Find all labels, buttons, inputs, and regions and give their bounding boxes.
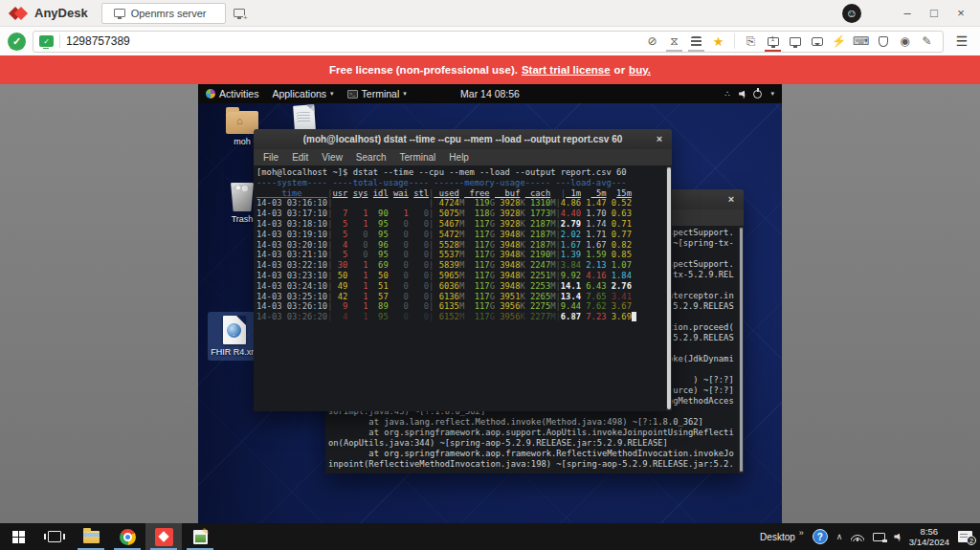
show-hidden-icons[interactable]: ∧ — [836, 532, 843, 541]
remote-desktop: Activities Applications ▾ >_ Terminal ▾ … — [198, 84, 782, 523]
record-session-icon[interactable]: ◉ — [895, 32, 915, 52]
buy-link[interactable]: buy. — [629, 64, 651, 76]
file-manager-icon[interactable] — [686, 32, 706, 52]
close-button[interactable]: × — [947, 2, 974, 25]
globe-icon — [227, 323, 241, 338]
folder-icon — [83, 531, 100, 543]
close-icon[interactable]: × — [724, 192, 738, 206]
favorites-icon[interactable]: ★ — [708, 32, 728, 52]
terminal-app-menu[interactable]: >_ Terminal ▾ — [347, 88, 407, 99]
actions-lightning-icon[interactable]: ⚡ — [829, 32, 849, 52]
permissions-shield-icon[interactable] — [873, 32, 893, 52]
remote-address: 1298757389 — [66, 34, 636, 48]
power-icon[interactable] — [753, 90, 762, 99]
file-transfer-icon[interactable]: ⎘ — [741, 32, 761, 52]
scrollbar[interactable] — [666, 166, 672, 410]
loose-document-icon[interactable] — [293, 104, 316, 130]
help-tray-icon[interactable]: ? — [813, 529, 828, 544]
chevron-down-icon: ▾ — [330, 90, 334, 98]
distro-logo-icon — [206, 89, 215, 99]
address-field[interactable]: ✓ 1298757389 ⊘ ⧖ ★ ⎘ 1 ⚡ ⌨ ◉ ✎ — [33, 31, 944, 53]
windows-taskbar: Desktop » ? ∧ ) 8:56 3/14/2024 2 — [0, 523, 980, 550]
stack-icon — [691, 36, 702, 47]
anydesk-titlebar: AnyDesk Openmrs server ☺ – □ × — [0, 0, 980, 27]
task-view-button[interactable] — [36, 523, 73, 550]
menu-edit[interactable]: Edit — [292, 152, 308, 163]
remote-device-icon[interactable] — [873, 533, 885, 541]
xml-file-icon — [223, 316, 246, 344]
terminal-menubar: FileEditViewSearchTerminalHelp — [254, 149, 672, 165]
user-avatar[interactable]: ☺ — [842, 4, 861, 23]
menu-view[interactable]: View — [322, 152, 343, 163]
gnome-top-bar: Activities Applications ▾ >_ Terminal ▾ … — [198, 84, 782, 103]
session-tab-label: Openmrs server — [131, 8, 207, 19]
anydesk-brand: AnyDesk — [34, 6, 88, 20]
monitor-1-icon[interactable]: 1 — [763, 32, 783, 52]
activities-button[interactable]: Activities — [206, 88, 258, 99]
image-viewer-icon — [193, 530, 208, 544]
menu-file[interactable]: File — [263, 152, 278, 163]
close-icon[interactable]: × — [653, 132, 666, 145]
new-session-tab-button[interactable] — [234, 9, 245, 17]
monitor-plus-icon — [234, 9, 245, 17]
volume-icon[interactable]: ) — [739, 91, 745, 98]
dstat-output: [moh@localhost ~]$ dstat --time --cpu --… — [254, 165, 672, 322]
maximize-button[interactable]: □ — [921, 2, 947, 25]
start-button[interactable] — [0, 523, 36, 550]
connection-status-icon: ✓ — [8, 33, 26, 51]
minimize-button[interactable]: – — [894, 2, 921, 25]
session-tab[interactable]: Openmrs server — [101, 3, 226, 24]
wifi-icon[interactable] — [851, 532, 864, 541]
session-actions: ⊘ ⧖ ★ ⎘ 1 ⚡ ⌨ ◉ ✎ — [642, 32, 937, 52]
file-explorer-button[interactable] — [73, 523, 109, 550]
taskbar-clock[interactable]: 8:56 3/14/2024 — [909, 526, 949, 547]
terminal-title: (moh@localhost) dstat --time --cpu --mem… — [254, 134, 672, 144]
chat-icon[interactable] — [807, 32, 827, 52]
anydesk-taskbar-button[interactable] — [145, 523, 182, 550]
start-trial-link[interactable]: Start trial license — [522, 64, 611, 76]
menu-terminal[interactable]: Terminal — [400, 152, 436, 163]
chrome-button[interactable] — [109, 523, 145, 550]
dstat-terminal-window: (moh@localhost) dstat --time --cpu --mem… — [254, 129, 672, 411]
remote-desk-icon: ✓ — [39, 35, 54, 47]
license-banner: Free license (non-professional use). Sta… — [0, 55, 980, 84]
anydesk-logo-icon — [10, 6, 31, 21]
anydesk-toolbar: ✓ ✓ 1298757389 ⊘ ⧖ ★ ⎘ 1 ⚡ ⌨ ◉ ✎ ☰ — [0, 27, 980, 55]
chrome-icon — [120, 529, 136, 545]
chevrons-right-icon: » — [799, 528, 804, 538]
trash-icon — [230, 183, 255, 211]
terminal-icon: >_ — [347, 90, 358, 99]
keyboard-icon[interactable]: ⌨ — [851, 32, 871, 52]
monitor-icon — [114, 9, 125, 17]
windows-logo-icon — [12, 531, 25, 543]
volume-tray-icon[interactable]: ) — [894, 534, 900, 540]
applications-menu[interactable]: Applications ▾ — [272, 88, 333, 99]
menu-search[interactable]: Search — [356, 152, 387, 163]
network-icon[interactable]: ∴ — [724, 89, 730, 99]
anydesk-window: AnyDesk Openmrs server ☺ – □ × ✓ ✓ 12987… — [0, 0, 980, 550]
remote-viewport: Activities Applications ▾ >_ Terminal ▾ … — [0, 84, 980, 523]
system-menu-chevron-icon[interactable]: ▾ — [770, 90, 774, 98]
license-text: Free license (non-professional use). — [329, 64, 518, 76]
image-viewer-button[interactable] — [182, 523, 218, 550]
whiteboard-icon[interactable]: ✎ — [917, 32, 937, 52]
task-view-icon — [48, 531, 61, 542]
session-time-icon[interactable]: ⧖ — [664, 32, 684, 52]
desktop-toolbar[interactable]: Desktop » — [760, 532, 804, 542]
menu-help[interactable]: Help — [449, 152, 469, 163]
fullscreen-monitor-icon[interactable] — [785, 32, 805, 52]
notification-center-icon[interactable]: 2 — [958, 531, 972, 542]
scrollbar[interactable] — [739, 227, 744, 473]
main-menu-button[interactable]: ☰ — [949, 30, 974, 53]
anydesk-icon — [155, 528, 173, 546]
privacy-mode-icon[interactable]: ⊘ — [642, 32, 662, 52]
